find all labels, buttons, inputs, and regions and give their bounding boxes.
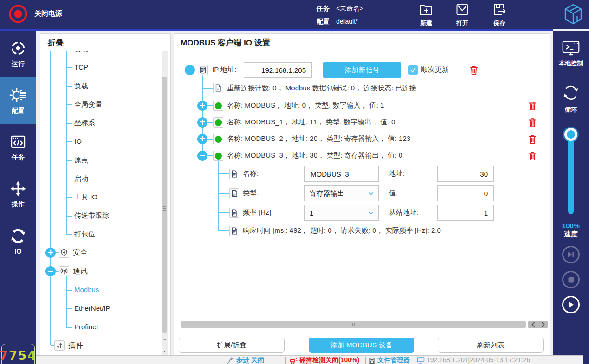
delete-device-icon[interactable] <box>469 65 479 75</box>
collision-status[interactable]: 碰撞检测关闭(100%) <box>290 356 359 364</box>
expander-signal-3[interactable]: − <box>197 151 207 161</box>
footer-divider <box>174 332 550 332</box>
delete-signal-icon[interactable] <box>528 134 537 144</box>
file-manager-link[interactable]: 文件管理器 <box>369 356 410 364</box>
antenna-icon <box>59 266 69 276</box>
network-monitor-icon <box>417 357 425 364</box>
local-control-button[interactable] <box>562 39 580 59</box>
chevron-down-icon <box>369 211 374 215</box>
tree-item-payload[interactable]: 负载 <box>74 82 88 91</box>
name-input[interactable] <box>304 166 379 182</box>
address-input[interactable] <box>437 166 494 182</box>
tree-branch-line <box>66 51 67 235</box>
scroll-right-icon[interactable] <box>541 322 545 327</box>
slave-address-input[interactable] <box>437 205 494 221</box>
config-tree-panel: 折叠 安装 TCP 负载 全局变量 坐标系 IO 原点 启动 工具 IO <box>40 33 171 355</box>
scrollbar-grip <box>163 210 166 211</box>
top-bar: 关闭电源 任务 <未命名> 配置 default* 新建 打开 <box>0 0 589 29</box>
nav-item-config[interactable]: 配置 <box>0 77 36 124</box>
signal-status-icon <box>213 117 223 128</box>
chevron-down-icon <box>369 192 374 195</box>
nav-item-io[interactable]: IO <box>0 218 36 265</box>
ip-input[interactable] <box>244 62 312 78</box>
tree-scrollbar-thumb[interactable] <box>162 77 167 333</box>
speed-label: 速度 <box>553 230 589 239</box>
tree-item-comm[interactable]: 通讯 <box>73 267 88 276</box>
tree-connector <box>66 86 72 87</box>
signal-summary: 名称: MODBUS， 地址: 0， 类型: 数字输入， 值: 1 <box>227 101 384 110</box>
refresh-list-button[interactable]: 刷新列表 <box>438 338 544 353</box>
tree-item-tool-io[interactable]: 工具 IO <box>74 193 97 202</box>
scroll-left-icon[interactable] <box>531 322 535 327</box>
stop-button[interactable] <box>562 271 580 288</box>
tree-item-tcp[interactable]: TCP <box>74 63 88 72</box>
modbus-settings-panel: MODBUS 客户端 IO 设置 − IP 地址: 添加新信号 顺次更新 <box>174 33 550 355</box>
tree-item-home[interactable]: 原点 <box>74 156 88 165</box>
tree-item-modbus[interactable]: Modbus <box>74 286 99 295</box>
new-button[interactable]: 新建 <box>417 3 435 27</box>
local-control-label: 本地控制 <box>553 59 589 68</box>
delete-signal-icon[interactable] <box>528 117 537 128</box>
value-input[interactable] <box>437 185 494 201</box>
add-modbus-device-button[interactable]: 添加 MODBUS 设备 <box>309 338 414 353</box>
tree-connector <box>51 345 54 346</box>
expander-device[interactable]: − <box>185 65 195 75</box>
tree-item-coord[interactable]: 坐标系 <box>74 119 95 128</box>
tree-item-global-vars[interactable]: 全局变量 <box>74 100 102 109</box>
signal-status-icon <box>213 101 223 111</box>
play-button[interactable] <box>562 296 580 313</box>
tree-connector <box>66 216 72 217</box>
run-target-icon <box>10 40 26 57</box>
app-root: 关闭电源 任务 <未命名> 配置 default* 新建 打开 <box>0 0 589 364</box>
save-button[interactable]: 保存 <box>490 3 509 27</box>
connection-info: 重新连接计数: 0， Modbus 数据包错误: 0， 连接状态: 已连接 <box>227 84 416 93</box>
type-select[interactable]: 寄存器输出 <box>304 185 379 201</box>
tree-connector <box>218 230 229 231</box>
power-button[interactable] <box>8 4 28 24</box>
loop-button[interactable] <box>562 83 580 104</box>
tree-item-startup[interactable]: 启动 <box>74 174 88 184</box>
tree-item-profinet[interactable]: Profinet <box>74 323 98 332</box>
nav-item-run[interactable]: 运行 <box>0 31 36 77</box>
tree-item-pack-pos[interactable]: 打包位 <box>74 230 95 239</box>
new-label: 新建 <box>417 19 435 27</box>
expander-signal-1[interactable]: + <box>197 117 207 128</box>
tree-panel-header: 折叠 <box>40 34 170 51</box>
tree-item-ethernet-ip[interactable]: EtherNet/IP <box>74 304 110 313</box>
tree-item-plugin[interactable]: 插件 <box>68 341 83 350</box>
scroll-up-icon[interactable]: ⌃ <box>162 337 168 345</box>
delete-signal-icon[interactable] <box>528 101 537 111</box>
nav-item-task[interactable]: 任务 <box>0 124 36 171</box>
horizontal-scrollbar[interactable] <box>181 321 526 328</box>
expander-signal-0[interactable]: + <box>197 101 207 111</box>
scroll-down-icon[interactable]: ⌄ <box>162 346 168 354</box>
tree-item-clipped[interactable]: 安装 <box>74 51 88 54</box>
nav-label: 运行 <box>12 60 25 68</box>
expander-comm[interactable]: − <box>45 266 56 276</box>
file-manager-icon <box>369 357 375 364</box>
sequential-update-checkbox[interactable] <box>408 65 418 75</box>
expander-safety[interactable]: + <box>45 248 56 258</box>
step-forward-button[interactable] <box>562 246 580 263</box>
expand-collapse-button[interactable]: 扩展/折叠 <box>179 338 285 353</box>
add-signal-button[interactable]: 添加新信号 <box>323 62 401 78</box>
counter-display: 7754 <box>1 344 35 364</box>
tree-item-safety[interactable]: 安全 <box>73 248 88 257</box>
doc-icon <box>213 83 223 93</box>
step-mode-status[interactable]: 步进 关闭 <box>227 356 264 364</box>
tree-connector <box>56 271 59 272</box>
frequency-select[interactable]: 1 <box>304 205 379 221</box>
delete-signal-icon[interactable] <box>528 151 537 161</box>
nav-item-operate[interactable]: 操作 <box>0 171 36 218</box>
doc-icon <box>229 226 239 236</box>
tree-connector <box>218 212 229 213</box>
expander-signal-2[interactable]: + <box>197 134 207 144</box>
speed-slider-knob[interactable] <box>564 128 577 141</box>
tree-connector <box>66 160 72 161</box>
speed-slider-track[interactable] <box>568 134 574 214</box>
tree-item-conveyor[interactable]: 传送带跟踪 <box>74 211 109 221</box>
nav-label: 任务 <box>12 153 25 162</box>
tree-item-io[interactable]: IO <box>74 137 82 147</box>
left-nav: 运行 配置 <box>0 31 36 364</box>
open-button[interactable]: 打开 <box>453 3 472 27</box>
